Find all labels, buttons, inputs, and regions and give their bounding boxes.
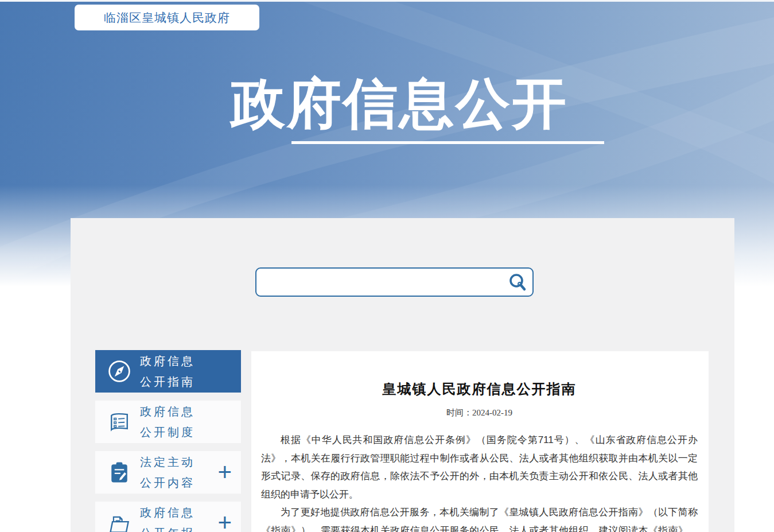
title-underline: [291, 141, 604, 144]
compass-icon: [107, 359, 132, 384]
top-strip: [0, 0, 774, 2]
sidebar-item-label: 法定主动 公开内容: [140, 452, 195, 493]
sidebar-item-label: 政府信息 公开年报: [140, 502, 195, 532]
article-title: 皇城镇人民政府信息公开指南: [261, 380, 698, 398]
clipboard-pencil-icon: [107, 460, 132, 485]
article-panel: 皇城镇人民政府信息公开指南 时间：2024-02-19 根据《中华人民共和国政府…: [251, 351, 709, 532]
book-icon: [107, 409, 132, 434]
article-paragraph: 为了更好地提供政府信息公开服务，本机关编制了《皇城镇人民政府信息公开指南》（以下…: [261, 503, 698, 532]
site-name-label: 临淄区皇城镇人民政府: [104, 10, 230, 26]
page: 临淄区皇城镇人民政府 政府信息公开 政府信息 公开指南: [0, 0, 774, 532]
article-date: 时间：2024-02-19: [261, 407, 698, 418]
sidebar-item-statutory-disclosure[interactable]: 法定主动 公开内容 +: [95, 451, 241, 494]
search-button[interactable]: [505, 270, 530, 295]
sidebar-item-label: 政府信息 公开制度: [140, 401, 195, 442]
page-title: 政府信息公开: [195, 68, 604, 141]
expand-plus-icon[interactable]: +: [217, 460, 232, 484]
sidebar-item-annual-report[interactable]: 政府信息 公开年报 +: [95, 502, 241, 532]
sidebar-item-label: 政府信息 公开指南: [140, 351, 195, 392]
expand-plus-icon[interactable]: +: [217, 511, 232, 532]
sidebar-item-gov-info-system[interactable]: 政府信息 公开制度: [95, 401, 241, 443]
sidebar-item-gov-info-guide[interactable]: 政府信息 公开指南: [95, 350, 241, 393]
search-box: [255, 267, 534, 297]
folder-icon: [107, 510, 132, 532]
article-body: 根据《中华人民共和国政府信息公开条例》（国务院令第711号）、《山东省政府信息公…: [261, 431, 698, 532]
site-name-badge[interactable]: 临淄区皇城镇人民政府: [75, 5, 259, 30]
search-icon: [507, 272, 528, 293]
search-input[interactable]: [256, 269, 505, 296]
article-paragraph: 根据《中华人民共和国政府信息公开条例》（国务院令第711号）、《山东省政府信息公…: [261, 431, 698, 503]
sidebar-menu: 政府信息 公开指南 政府信息 公开制度: [95, 350, 241, 532]
